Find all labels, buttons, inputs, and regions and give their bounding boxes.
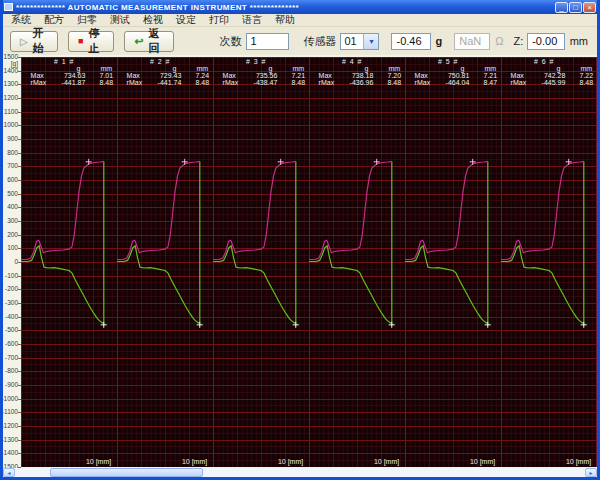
toolbar: ▷ 开始 ■ 停止 ↩ 返回 次数 1 传感器 01 ▾ -0.46 g NaN… <box>3 27 597 55</box>
menu-help[interactable]: 帮助 <box>275 13 295 27</box>
z-unit-label: mm <box>570 35 588 47</box>
x-axis-label: 10 [mm] <box>213 458 303 465</box>
col-header-mm: mm <box>405 65 496 72</box>
measurement-panel-2: # 2 # g mm Max 729.43 7.24 rMax -441.74 … <box>117 57 213 467</box>
y-tick-label: -200 <box>5 286 18 292</box>
panel-index: # 1 # <box>21 58 107 65</box>
stop-icon: ■ <box>78 36 83 46</box>
col-header-mm: mm <box>213 65 304 72</box>
col-header-mm: mm <box>309 65 400 72</box>
x-axis-label: 10 [mm] <box>309 458 399 465</box>
force-unit-label: g <box>436 35 443 47</box>
horizontal-scrollbar[interactable]: ◄ ► <box>3 468 597 477</box>
measurement-panel-1: # 1 # g mm Max 734.63 7.01 rMax -441.87 … <box>21 57 117 467</box>
y-tick-label: -900 <box>5 382 18 388</box>
measurement-panel-3: # 3 # g mm Max 735.56 7.21 rMax -438.47 … <box>213 57 309 467</box>
panel-index: # 5 # <box>405 58 491 65</box>
panel-index: # 2 # <box>117 58 203 65</box>
menu-language[interactable]: 语言 <box>242 13 262 27</box>
y-tick-label: 900 <box>7 136 18 142</box>
play-icon: ▷ <box>20 36 28 47</box>
y-tick-label: -300 <box>5 300 18 306</box>
x-axis-label: 10 [mm] <box>501 458 591 465</box>
menu-settings[interactable]: 设定 <box>176 13 196 27</box>
y-tick-label: -700 <box>5 355 18 361</box>
y-tick-label: 800 <box>7 150 18 156</box>
y-tick-label: 1200 <box>4 95 18 101</box>
y-tick-label: 400 <box>7 204 18 210</box>
force-readout: -0.46 <box>391 33 430 50</box>
menu-system[interactable]: 系统 <box>11 13 31 27</box>
count-input[interactable]: 1 <box>246 33 290 50</box>
start-button-label: 开始 <box>33 26 48 56</box>
scroll-left-icon[interactable]: ◄ <box>3 468 15 477</box>
y-tick-label: 300 <box>7 218 18 224</box>
y-tick-label: 1000 <box>4 122 18 128</box>
return-button-label: 返回 <box>148 26 163 56</box>
restore-button[interactable]: □ <box>569 2 582 13</box>
measurement-panel-6: # 6 # g mm Max 742.28 7.22 rMax -445.99 … <box>501 57 597 467</box>
max-mm-value: 7.21 <box>405 72 497 79</box>
z-readout: -0.00 <box>527 33 564 50</box>
app-icon <box>4 3 13 11</box>
panel-index: # 3 # <box>213 58 299 65</box>
col-header-mm: mm <box>117 65 208 72</box>
window-title: ************** AUTOMATIC MEASUREMENT INS… <box>16 3 299 12</box>
y-tick-label: 1400 <box>4 68 18 74</box>
max-mm-value: 7.24 <box>117 72 209 79</box>
return-arrow-icon: ↩ <box>134 35 143 48</box>
y-tick-label: -800 <box>5 368 18 374</box>
start-button[interactable]: ▷ 开始 <box>10 31 58 52</box>
max-mm-value: 7.01 <box>21 72 113 79</box>
y-tick-label: 1300 <box>4 81 18 87</box>
y-tick-label: -600 <box>5 341 18 347</box>
return-button[interactable]: ↩ 返回 <box>124 31 173 52</box>
scrollbar-thumb[interactable] <box>50 468 203 477</box>
rmax-mm-value: 8.48 <box>501 79 593 86</box>
y-tick-label: -1300 <box>1 437 18 443</box>
close-button[interactable]: × <box>583 2 596 13</box>
rmax-mm-value: 8.48 <box>21 79 113 86</box>
scroll-right-icon[interactable]: ► <box>585 468 597 477</box>
menu-recipe[interactable]: 配方 <box>44 13 64 27</box>
rmax-mm-value: 8.47 <box>405 79 497 86</box>
minimize-button[interactable]: _ <box>555 2 568 13</box>
y-tick-label: 100 <box>7 245 18 251</box>
sensor-select[interactable]: 01 ▾ <box>340 33 379 50</box>
plot-area: # 1 # g mm Max 734.63 7.01 rMax -441.87 … <box>21 57 597 467</box>
y-tick-label: 1100 <box>4 109 18 115</box>
x-axis-label: 10 [mm] <box>405 458 495 465</box>
resistance-readout: NaN <box>454 33 490 50</box>
sensor-value: 01 <box>341 34 363 49</box>
y-tick-label: -400 <box>5 314 18 320</box>
panel-index: # 6 # <box>501 58 587 65</box>
sensor-label: 传感器 <box>303 34 336 49</box>
y-tick-label: -1100 <box>2 409 18 415</box>
y-axis-unit-label: [g] <box>11 61 18 67</box>
max-mm-value: 7.20 <box>309 72 401 79</box>
panel-index: # 4 # <box>309 58 395 65</box>
menu-print[interactable]: 打印 <box>209 13 229 27</box>
y-tick-label: 200 <box>7 232 18 238</box>
rmax-mm-value: 8.48 <box>117 79 209 86</box>
chevron-down-icon[interactable]: ▾ <box>363 34 378 49</box>
rmax-mm-value: 8.48 <box>213 79 305 86</box>
stop-button[interactable]: ■ 停止 <box>68 31 114 52</box>
measurement-panel-5: # 5 # g mm Max 750.81 7.21 rMax -464.04 … <box>405 57 501 467</box>
x-axis-label: 10 [mm] <box>21 458 111 465</box>
y-tick-label: 600 <box>7 177 18 183</box>
menu-view[interactable]: 检视 <box>143 13 163 27</box>
stop-button-label: 停止 <box>88 26 104 56</box>
y-axis: 1500140013001200110010009008007006005004… <box>3 55 21 468</box>
y-tick-label: -1200 <box>1 423 18 429</box>
x-axis-label: 10 [mm] <box>117 458 207 465</box>
menu-test[interactable]: 测试 <box>110 13 130 27</box>
y-tick-label: 500 <box>7 191 18 197</box>
menu-zero[interactable]: 归零 <box>77 13 97 27</box>
y-tick-label: -100 <box>5 273 18 279</box>
measurement-panel-4: # 4 # g mm Max 738.18 7.20 rMax -436.96 … <box>309 57 405 467</box>
count-label: 次数 <box>220 34 242 49</box>
y-tick-label: -500 <box>5 327 18 333</box>
title-bar: ************** AUTOMATIC MEASUREMENT INS… <box>3 0 597 14</box>
chart-area: 1500140013001200110010009008007006005004… <box>3 55 597 468</box>
